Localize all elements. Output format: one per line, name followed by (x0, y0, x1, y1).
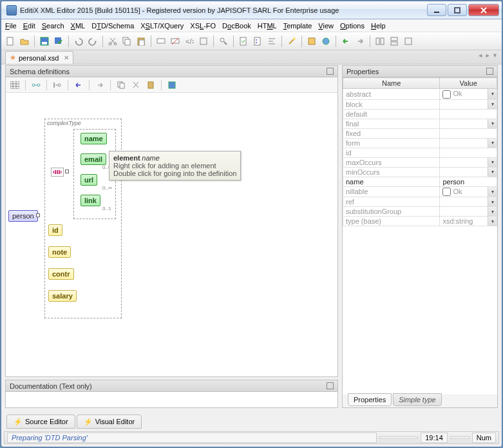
menu-xml[interactable]: XML (71, 22, 86, 30)
format-icon[interactable] (265, 35, 278, 48)
paste-icon[interactable] (135, 35, 147, 48)
prop-row-block[interactable]: block▾ (343, 99, 497, 109)
view-mode-icon[interactable] (166, 79, 178, 92)
element-url[interactable]: url (81, 174, 97, 186)
prop-row-fixed[interactable]: fixed (343, 128, 497, 138)
tab-source-editor[interactable]: ⚡Source Editor (6, 414, 75, 429)
back-arrow-icon[interactable] (339, 35, 352, 48)
prop-row-substitutiongroup[interactable]: substitutionGroup▾ (343, 207, 497, 217)
run-icon[interactable] (305, 35, 318, 48)
dropdown-icon[interactable]: ▾ (488, 168, 497, 177)
nav-fwd-icon[interactable] (93, 79, 106, 92)
element-email[interactable]: email (81, 153, 106, 165)
prop-row-nillable[interactable]: nillableOk▾ (343, 186, 497, 197)
prop-row-abstract[interactable]: abstractOk▾ (343, 89, 497, 100)
panel-toggle-icon[interactable] (327, 382, 334, 389)
prop-row-ref[interactable]: ref▾ (343, 197, 497, 207)
browser-icon[interactable] (319, 35, 332, 48)
tab-visual-editor[interactable]: ⚡Visual Editor (77, 414, 142, 429)
menu-options[interactable]: Options (340, 22, 365, 30)
prop-row-typebase[interactable]: type (base)xsd:string▾ (343, 217, 497, 226)
menu-docbook[interactable]: DocBook (222, 22, 251, 30)
dropdown-icon[interactable]: ▾ (488, 197, 497, 206)
layout1-icon[interactable] (374, 35, 386, 48)
close-tab-icon[interactable]: ✕ (64, 54, 69, 61)
dropdown-icon[interactable]: ▾ (488, 187, 497, 197)
menu-dtdschema[interactable]: DTD/Schema (91, 22, 134, 30)
element-name[interactable]: name (81, 133, 107, 144)
attribute-note[interactable]: note (48, 246, 71, 258)
sequence-handle[interactable] (51, 168, 64, 177)
documentation-body[interactable] (6, 392, 337, 407)
forward-arrow-icon[interactable] (354, 35, 366, 48)
attribute-salary[interactable]: salary (48, 290, 77, 302)
menu-view[interactable]: View (318, 22, 334, 30)
dropdown-icon[interactable]: ▾ (488, 100, 497, 109)
undo-icon[interactable] (72, 35, 85, 48)
tag-icon[interactable]: </> (183, 35, 196, 48)
collapse-icon[interactable] (51, 79, 64, 92)
tab-properties[interactable]: Properties (348, 393, 392, 406)
tab-nav[interactable]: ◄ ► ▼ (477, 52, 498, 59)
prop-row-default[interactable]: default (343, 109, 497, 119)
cut-icon[interactable] (106, 35, 119, 48)
menu-template[interactable]: Template (283, 22, 312, 30)
menu-xslfo[interactable]: XSL-FO (190, 22, 216, 30)
paste2-icon[interactable] (144, 79, 157, 92)
prop-row-id[interactable]: id (343, 148, 497, 157)
prop-row-minoccurs[interactable]: minOccurs▾ (343, 167, 497, 177)
menu-xsltxquery[interactable]: XSLT/XQuery (140, 22, 184, 30)
titlebar[interactable]: EditiX XML Editor 2015 [Build 150115] - … (1, 1, 502, 19)
save-icon[interactable] (38, 35, 51, 48)
prop-row-final[interactable]: final▾ (343, 119, 497, 128)
copy2-icon[interactable] (115, 79, 128, 92)
dropdown-icon[interactable]: ▾ (488, 89, 497, 99)
sequence-port[interactable] (65, 170, 69, 173)
grid-icon[interactable] (8, 79, 21, 92)
new-icon[interactable] (4, 35, 17, 48)
root-node[interactable]: person (8, 210, 38, 222)
prop-row-maxoccurs[interactable]: maxOccurs▾ (343, 157, 497, 167)
prop-row-name[interactable]: nameperson (343, 177, 497, 186)
col-name[interactable]: Name (343, 78, 440, 89)
dropdown-icon[interactable]: ▾ (488, 207, 497, 216)
menu-edit[interactable]: Edit (23, 22, 35, 30)
dropdown-icon[interactable]: ▾ (488, 158, 497, 167)
prop-row-form[interactable]: form▾ (343, 138, 497, 148)
dropdown-icon[interactable]: ▾ (488, 119, 497, 128)
copy-icon[interactable] (120, 35, 133, 48)
attribute-id[interactable]: id (48, 224, 62, 236)
col-value[interactable]: Value (440, 78, 497, 89)
attribute-contr[interactable]: contr (48, 268, 74, 280)
open-icon[interactable] (18, 35, 31, 48)
root-port[interactable] (36, 213, 40, 217)
comment-icon[interactable] (155, 35, 167, 48)
layout3-icon[interactable] (402, 35, 415, 48)
wand-icon[interactable] (285, 35, 298, 48)
redo-icon[interactable] (86, 35, 99, 48)
schema-canvas[interactable]: complexType person nameemail0..∞url0..∞l… (6, 93, 337, 376)
menu-html[interactable]: HTML (258, 22, 277, 30)
menu-search[interactable]: Search (42, 22, 64, 30)
dropdown-icon[interactable]: ▾ (488, 217, 497, 226)
file-tab[interactable]: ★ personal.xsd ✕ (5, 51, 73, 64)
menu-help[interactable]: Help (371, 22, 386, 30)
element-link[interactable]: link (81, 195, 100, 206)
uncomment-icon[interactable] (169, 35, 182, 48)
minimize-button[interactable] (427, 4, 446, 16)
menu-file[interactable]: File (5, 22, 17, 30)
surround-icon[interactable] (197, 35, 210, 48)
layout2-icon[interactable] (388, 35, 401, 48)
maximize-button[interactable] (448, 4, 467, 16)
link-icon[interactable] (30, 79, 43, 92)
tab-simple-type[interactable]: Simple type (393, 393, 441, 406)
nav-back-icon[interactable] (72, 79, 85, 92)
save-check-icon[interactable] (52, 35, 65, 48)
tree-icon[interactable] (251, 35, 264, 48)
dropdown-icon[interactable]: ▾ (488, 139, 497, 148)
cut2-icon[interactable] (129, 79, 142, 92)
validate-icon[interactable] (237, 35, 250, 48)
panel-toggle-icon[interactable] (327, 68, 334, 75)
find-icon[interactable] (217, 35, 230, 48)
panel-toggle-icon[interactable] (486, 68, 493, 75)
